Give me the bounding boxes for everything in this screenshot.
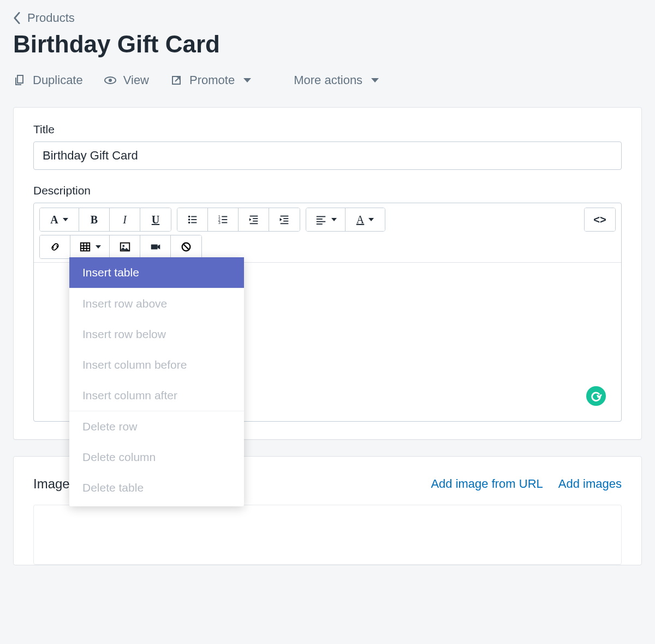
svg-rect-17 [249,223,258,224]
rich-text-editor: A B I U 123 [33,203,622,422]
indent-button[interactable] [269,208,300,231]
svg-rect-13 [222,222,227,223]
description-label: Description [33,184,622,197]
table-dropdown-menu: Insert table Insert row above Insert row… [69,257,244,506]
numbered-list-icon: 123 [217,214,229,226]
caret-down-icon [371,78,379,82]
menu-insert-col-before[interactable]: Insert column before [69,350,244,380]
caret-down-icon [331,218,337,221]
caret-down-icon [368,218,374,221]
external-link-icon [170,74,183,87]
svg-text:3: 3 [218,220,220,225]
menu-insert-table[interactable]: Insert table [69,257,244,288]
view-button[interactable]: View [104,73,149,87]
font-style-button[interactable]: A [40,208,79,231]
menu-insert-col-after[interactable]: Insert column after [69,380,244,411]
indent-icon [278,214,290,226]
svg-rect-25 [316,223,322,224]
align-left-icon [315,214,327,226]
numbered-list-button[interactable]: 123 [208,208,239,231]
svg-rect-14 [249,216,258,217]
bold-button[interactable]: B [79,208,110,231]
svg-point-6 [188,222,190,224]
view-label: View [123,73,149,87]
underline-button[interactable]: U [140,208,171,231]
promote-button[interactable]: Promote [170,73,251,87]
eye-icon [104,74,117,87]
svg-point-32 [122,245,124,247]
svg-rect-22 [316,216,325,217]
grammarly-badge[interactable] [586,386,606,406]
more-actions-label: More actions [294,73,362,87]
table-icon [79,241,91,253]
duplicate-icon [13,74,26,87]
outdent-button[interactable] [239,208,269,231]
video-icon [150,241,162,253]
outdent-icon [248,214,260,226]
svg-point-1 [109,79,112,82]
link-icon [49,241,61,253]
title-description-card: Title Description A B I U [13,107,642,440]
breadcrumb-label: Products [27,11,75,25]
title-input[interactable] [33,141,622,170]
block-icon [180,241,192,253]
menu-insert-row-above[interactable]: Insert row above [69,288,244,319]
svg-rect-26 [80,243,90,251]
link-button[interactable] [40,235,70,258]
svg-rect-23 [316,218,322,220]
bullet-list-button[interactable] [177,208,208,231]
italic-button[interactable]: I [110,208,140,231]
add-images-link[interactable]: Add images [558,477,622,491]
code-view-button[interactable]: <> [585,208,615,231]
more-actions-button[interactable]: More actions [294,73,379,87]
text-color-button[interactable]: A [346,208,385,231]
svg-rect-24 [316,221,325,222]
breadcrumb-products[interactable]: Products [13,11,75,25]
menu-delete-table[interactable]: Delete table [69,472,244,503]
svg-rect-15 [253,218,258,219]
align-button[interactable] [306,208,346,231]
svg-rect-5 [191,219,196,220]
svg-rect-3 [191,216,196,217]
bullet-list-icon [187,214,199,226]
video-button[interactable] [140,235,171,258]
svg-point-4 [188,218,190,221]
image-button[interactable] [110,235,140,258]
menu-delete-column[interactable]: Delete column [69,442,244,472]
grammarly-icon [590,390,602,402]
page-title: Birthday Gift Card [13,31,642,58]
image-thumbnail-strip[interactable] [33,505,622,565]
svg-rect-18 [281,216,289,217]
svg-rect-20 [283,221,288,222]
svg-rect-7 [191,222,196,223]
svg-rect-11 [222,219,227,220]
menu-delete-row[interactable]: Delete row [69,411,244,442]
caret-down-icon [63,218,68,221]
svg-rect-19 [283,218,288,219]
svg-rect-21 [281,223,289,224]
svg-rect-33 [151,244,157,249]
caret-down-icon [243,78,251,82]
title-label: Title [33,123,622,136]
editor-toolbar: A B I U 123 [34,203,621,263]
table-button[interactable] [70,235,110,258]
promote-label: Promote [189,73,235,87]
menu-insert-row-below[interactable]: Insert row below [69,319,244,350]
caret-down-icon [96,245,101,249]
add-image-url-link[interactable]: Add image from URL [431,477,543,491]
duplicate-label: Duplicate [33,73,83,87]
svg-point-2 [188,216,190,218]
image-icon [119,241,131,253]
editor-content-area[interactable]: Insert table Insert row above Insert row… [34,263,621,421]
svg-rect-9 [222,216,227,217]
svg-line-35 [183,244,189,250]
svg-rect-16 [253,221,258,222]
actions-row: Duplicate View Promote More actions [13,73,642,87]
clear-format-button[interactable] [171,235,201,258]
chevron-left-icon [13,12,21,24]
duplicate-button[interactable]: Duplicate [13,73,83,87]
